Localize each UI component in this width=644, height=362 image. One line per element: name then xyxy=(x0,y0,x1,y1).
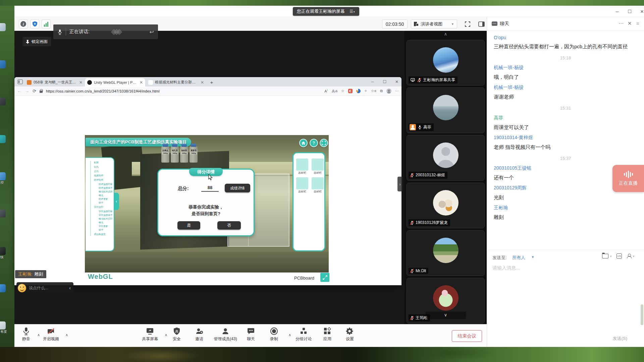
browser-tab[interactable]: 根据感光材料主要分那两种图纸 ✕ xyxy=(146,78,206,86)
chat-button[interactable]: 聊天 xyxy=(237,327,264,342)
desktop-app-icon[interactable] xyxy=(0,284,6,292)
emoji-icon[interactable] xyxy=(18,284,26,292)
refresh-button[interactable]: ⟳ xyxy=(33,88,36,94)
side-panel-toggle-button[interactable] xyxy=(477,20,486,28)
browser-maximize-button[interactable]: ☐ xyxy=(379,78,390,86)
desktop-app-icon[interactable] xyxy=(0,23,6,31)
meeting-security-button[interactable] xyxy=(30,19,39,28)
announcement-icon[interactable]: 公告 xyxy=(616,253,622,259)
chat-close-icon[interactable]: ✕ xyxy=(628,20,632,26)
vertical-tabs-icon[interactable] xyxy=(17,79,23,84)
desktop-app-icon[interactable] xyxy=(0,209,6,218)
scroll-up-chevron[interactable]: ∧ xyxy=(405,32,487,37)
tab-close-icon[interactable]: ✕ xyxy=(201,80,204,85)
start-video-button[interactable]: 开启视频 xyxy=(36,327,66,342)
participant-tile[interactable]: 高菲 xyxy=(407,87,485,133)
profile-avatar[interactable] xyxy=(386,88,391,94)
quick-chat-collapse-icon[interactable]: ‹ xyxy=(69,285,71,291)
hamburger-icon[interactable]: ☰▾ xyxy=(350,9,355,14)
home-button[interactable] xyxy=(299,139,308,147)
record-button[interactable]: 录制 xyxy=(261,327,287,342)
extension-red-icon[interactable] xyxy=(348,89,353,93)
send-to-select[interactable]: 所有人 xyxy=(512,255,525,261)
desktop-app-icon[interactable]: 有度 xyxy=(0,321,6,329)
equipment-slot[interactable]: 器材栏 xyxy=(296,159,308,175)
reagent-bottle[interactable]: 堵孔剂100g xyxy=(171,146,179,163)
meeting-info-button[interactable]: i xyxy=(19,19,28,28)
desktop-app-icon[interactable] xyxy=(0,60,6,68)
mention-person-icon[interactable] xyxy=(627,254,631,258)
live-streaming-badge[interactable]: 正在直播 xyxy=(612,165,644,192)
desktop-app-icon[interactable] xyxy=(0,98,6,106)
new-tab-button[interactable]: + xyxy=(208,79,215,85)
jump-to-speaker-icon[interactable]: ↩ xyxy=(150,29,154,35)
video-options-caret[interactable]: ∧ xyxy=(65,333,68,337)
read-aloud-icon[interactable]: A⟩ xyxy=(324,89,328,93)
chat-drag-handle-icon[interactable]: ≡ xyxy=(636,20,639,26)
video-strip-collapse-button[interactable]: › xyxy=(397,177,402,191)
extension-circle-icon[interactable] xyxy=(356,89,361,93)
fullscreen-button[interactable] xyxy=(463,20,472,28)
no-button[interactable]: 否 xyxy=(217,221,241,230)
webgl-fullscreen-button[interactable] xyxy=(320,273,329,282)
chat-more-icon[interactable]: ⋯ xyxy=(619,20,624,26)
browser-minimize-button[interactable]: ─ xyxy=(367,78,378,86)
watching-banner[interactable]: 您正在观看王彬瀚的屏幕 ☰▾ xyxy=(293,7,359,16)
yes-button[interactable]: 是 xyxy=(177,221,200,230)
end-meeting-button[interactable]: 结束会议 xyxy=(452,330,482,342)
mention-caret-icon[interactable]: ∨ xyxy=(633,255,635,258)
reagent-bottle[interactable]: 显影剂100g xyxy=(190,146,198,163)
steps-panel-collapse-button[interactable]: ‹ xyxy=(114,193,119,210)
browser-close-button[interactable]: ✕ xyxy=(391,78,402,86)
score-details-button[interactable]: 成绩详情 xyxy=(225,184,250,192)
close-button[interactable]: ✕ xyxy=(637,8,644,15)
quick-chat-bar[interactable]: 说点什么... ‹ xyxy=(16,282,73,294)
chat-input[interactable] xyxy=(492,265,636,271)
participant-tile[interactable]: Mr.Dlt xyxy=(407,230,485,276)
share-screen-button[interactable]: 共享屏幕 xyxy=(135,327,165,342)
back-button[interactable]: ← xyxy=(17,88,21,94)
translate-icon[interactable]: あa xyxy=(331,88,337,94)
tab-group-icon[interactable]: ⧉ xyxy=(380,89,383,93)
browser-menu-icon[interactable]: ⋯ xyxy=(395,89,399,93)
view-mode-select[interactable]: 演讲者视图 ▼ xyxy=(411,19,457,28)
participant-tile[interactable]: 200310132-林煜 xyxy=(407,135,485,181)
scrollbar-thumb[interactable] xyxy=(641,304,643,325)
tab-close-icon[interactable]: ✕ xyxy=(140,80,143,85)
network-signal-button[interactable] xyxy=(42,19,51,28)
participant-tile[interactable]: 王彬瀚的屏幕共享 xyxy=(407,40,485,85)
send-button[interactable]: 发送(S) xyxy=(613,336,627,342)
desktop-app-icon[interactable]: 快 xyxy=(0,247,6,255)
minimize-button[interactable]: ─ xyxy=(612,8,622,15)
maximize-button[interactable]: ☐ xyxy=(625,8,635,15)
desktop-app-icon[interactable] xyxy=(0,135,6,143)
forward-button[interactable]: → xyxy=(25,88,29,94)
unity-canvas[interactable]: 面向工业化生产的PCB制造工艺虚拟仿真实验项目 ? 抗氧化100g 堵孔剂100… xyxy=(85,135,329,273)
extensions-icon[interactable]: ✧ xyxy=(364,89,367,93)
equipment-slot[interactable]: 器材栏 xyxy=(296,177,308,193)
settings-button[interactable]: 设置 xyxy=(336,327,363,342)
desktop-app-icon[interactable]: 控 xyxy=(0,172,6,180)
mute-button[interactable]: 静音 xyxy=(14,327,38,342)
lock-view-button[interactable]: 锁定画面 xyxy=(22,37,51,46)
url-bar[interactable]: https://oss.rainier.com.cn/a_lend/2021/3… xyxy=(46,89,321,93)
equipment-slot[interactable]: 器材栏 xyxy=(312,177,324,193)
reagent-bottle[interactable]: 抗氧化100g xyxy=(161,146,169,163)
participant-tile[interactable]: 190310126罗紫龙 xyxy=(407,183,485,228)
browser-tab[interactable]: Unity WebGL Player | PCBboard ✕ xyxy=(85,78,145,86)
help-button[interactable]: ? xyxy=(310,139,318,147)
browser-tab[interactable]: 058章 龙与蟒_一世兵王_笔趣阁 ✕ xyxy=(24,78,85,86)
collections-icon[interactable]: ☆≡ xyxy=(371,89,376,93)
info-icon: i xyxy=(20,21,26,27)
expand-button[interactable] xyxy=(320,139,328,147)
favorite-star-icon[interactable]: ☆ xyxy=(341,89,344,93)
file-caret-icon[interactable]: ∨ xyxy=(610,255,612,258)
chat-message-list[interactable]: O'opu 三种直径的钻头需要都打一遍，因为pcb上的孔有不同的直径 15:18… xyxy=(487,31,644,250)
quick-chat-placeholder[interactable]: 说点什么... xyxy=(29,285,66,291)
https-lock-icon[interactable] xyxy=(40,89,43,93)
file-attach-icon[interactable] xyxy=(602,254,608,258)
equipment-slot[interactable]: 器材栏 xyxy=(312,159,324,175)
scroll-down-chevron[interactable]: ∨ xyxy=(426,312,466,319)
reagent-bottle[interactable]: 蚀刻剂100g xyxy=(180,146,188,163)
tab-close-icon[interactable]: ✕ xyxy=(79,80,83,85)
